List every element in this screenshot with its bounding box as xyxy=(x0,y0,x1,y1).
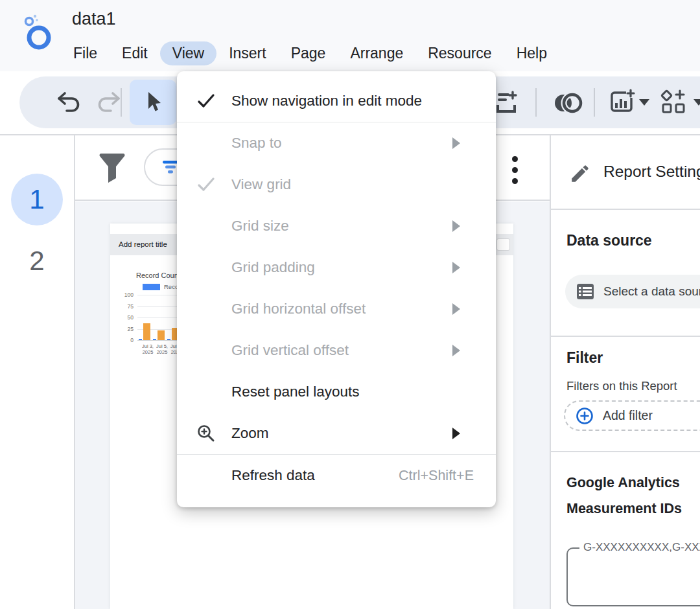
zoom-in-icon xyxy=(196,424,216,443)
menu-item-label: Grid vertical offset xyxy=(231,342,349,359)
menu-item-label: Grid size xyxy=(231,218,289,235)
chart-ytick-label: 25 xyxy=(110,326,134,332)
ga-heading-line2: Measurement IDs xyxy=(566,501,682,517)
chart-ytick-label: 75 xyxy=(110,303,134,310)
menubar: FileEditViewInsertPageArrangeResourceHel… xyxy=(61,39,559,67)
circle-plus-icon xyxy=(575,406,594,426)
chart-bar xyxy=(158,330,165,340)
page-thumbnail-2[interactable]: 2 xyxy=(11,235,63,287)
report-title[interactable]: data1 xyxy=(72,9,116,29)
submenu-arrow-icon xyxy=(452,137,460,149)
menu-item-label: View grid xyxy=(231,176,291,193)
submenu-arrow-icon xyxy=(452,262,460,273)
submenu-arrow-icon xyxy=(452,220,460,232)
menu-item-label: Zoom xyxy=(231,425,269,442)
menubar-item-resource[interactable]: Resource xyxy=(415,41,504,65)
add-community-visualization-caret-icon[interactable] xyxy=(694,99,700,106)
menubar-item-view[interactable]: View xyxy=(160,41,216,65)
menubar-item-page[interactable]: Page xyxy=(279,41,338,65)
add-chart-icon[interactable] xyxy=(607,89,635,117)
view-menu-dropdown: Show navigation in edit modeSnap toView … xyxy=(177,71,496,507)
menu-item-label: Grid horizontal offset xyxy=(231,301,366,317)
menu-item-label: Grid padding xyxy=(231,259,315,276)
app-header: data1 FileEditViewInsertPageArrangeResou… xyxy=(0,0,700,71)
page-thumbnail-1[interactable]: 1 xyxy=(11,174,63,225)
chart-ytick-label: 0 xyxy=(110,337,134,343)
toolbar-divider xyxy=(594,88,595,117)
cursor-icon xyxy=(141,89,165,115)
menu-item-reset-panel-layouts[interactable]: Reset panel layouts xyxy=(177,371,496,413)
toolbar-divider xyxy=(535,88,537,117)
menu-item-label: Snap to xyxy=(231,135,282,152)
menu-item-refresh-data[interactable]: Refresh dataCtrl+Shift+E xyxy=(177,455,496,496)
panel-divider xyxy=(551,451,700,452)
menu-item-grid-vertical-offset: Grid vertical offset xyxy=(177,330,496,371)
menu-item-shortcut: Ctrl+Shift+E xyxy=(399,468,474,484)
menu-item-zoom[interactable]: Zoom xyxy=(177,413,496,454)
chart-bar xyxy=(143,323,150,340)
select-data-source-button[interactable]: Select a data source xyxy=(565,275,700,308)
menubar-item-file[interactable]: File xyxy=(61,41,110,65)
panel-title: Report Settings xyxy=(603,163,700,181)
toolbar-divider xyxy=(121,88,122,117)
chart-ytick-label: 100 xyxy=(110,292,134,298)
menu-item-snap-to: Snap to xyxy=(177,122,496,164)
measurement-id-input-label: G-XXXXXXXXXX,G-XXXXXXXXXX xyxy=(579,541,700,554)
blend-data-icon[interactable] xyxy=(551,89,587,117)
pages-sidebar: 12 xyxy=(0,135,75,609)
undo-icon[interactable] xyxy=(56,90,82,115)
menu-item-label: Refresh data xyxy=(231,467,315,484)
pencil-icon xyxy=(569,163,591,185)
add-filter-button[interactable]: Add filter xyxy=(564,400,700,431)
report-settings-panel: Report Settings Data source Select a dat… xyxy=(550,135,700,609)
filter-subheading: Filters on this Report xyxy=(566,379,677,393)
submenu-arrow-icon xyxy=(452,428,460,439)
add-data-icon[interactable] xyxy=(494,89,521,117)
legend-swatch xyxy=(143,284,160,290)
add-community-visualization-icon[interactable] xyxy=(660,89,688,117)
add-filter-label: Add filter xyxy=(603,408,653,423)
menubar-item-help[interactable]: Help xyxy=(504,41,559,65)
checkmark-icon xyxy=(196,176,216,193)
ga-heading-line1: Google Analytics xyxy=(566,475,680,491)
more-options-icon[interactable] xyxy=(512,156,518,184)
chart-bar xyxy=(153,339,156,340)
checkmark-icon xyxy=(196,93,216,109)
submenu-arrow-icon xyxy=(452,303,460,315)
filter-heading: Filter xyxy=(566,349,603,367)
menu-item-grid-size: Grid size xyxy=(177,205,496,247)
select-tool-button[interactable] xyxy=(130,80,176,125)
menu-item-show-navigation-in-edit-mode[interactable]: Show navigation in edit mode xyxy=(177,80,496,122)
menubar-item-insert[interactable]: Insert xyxy=(216,41,279,65)
redo-icon[interactable] xyxy=(96,90,122,115)
panel-divider xyxy=(551,209,700,210)
measurement-id-input[interactable]: G-XXXXXXXXXX,G-XXXXXXXXXX xyxy=(566,547,700,606)
menu-item-grid-padding: Grid padding xyxy=(177,247,496,288)
chart-ytick-label: 50 xyxy=(110,314,134,321)
data-source-heading: Data source xyxy=(566,232,652,249)
select-data-source-label: Select a data source xyxy=(603,284,700,299)
panel-divider xyxy=(551,336,700,337)
chart-bar xyxy=(139,339,142,340)
menu-item-label: Reset panel layouts xyxy=(231,384,360,400)
chart-bar xyxy=(167,339,170,340)
menu-item-grid-horizontal-offset: Grid horizontal offset xyxy=(177,288,496,330)
menubar-item-arrange[interactable]: Arrange xyxy=(338,41,415,65)
filter-funnel-icon[interactable] xyxy=(97,150,127,185)
date-range-control[interactable] xyxy=(496,238,510,251)
menubar-item-edit[interactable]: Edit xyxy=(110,41,160,65)
submenu-arrow-icon xyxy=(452,345,460,356)
looker-studio-logo xyxy=(21,13,54,53)
menu-item-view-grid: View grid xyxy=(177,164,496,205)
menu-item-label: Show navigation in edit mode xyxy=(231,93,422,109)
add-chart-caret-icon[interactable] xyxy=(639,99,649,106)
data-source-icon xyxy=(576,282,595,301)
